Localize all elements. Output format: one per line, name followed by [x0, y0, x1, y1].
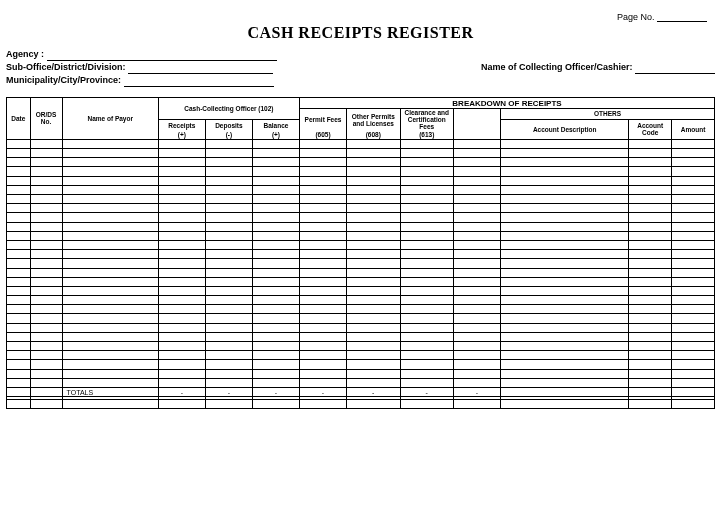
table-cell[interactable] — [7, 378, 31, 387]
table-cell[interactable] — [205, 139, 252, 148]
table-cell[interactable] — [672, 139, 715, 148]
table-cell[interactable] — [62, 332, 158, 341]
table-row[interactable] — [7, 369, 715, 378]
table-cell[interactable] — [501, 158, 629, 167]
table-cell[interactable] — [453, 139, 500, 148]
table-cell[interactable] — [672, 185, 715, 194]
table-cell[interactable] — [252, 149, 299, 158]
table-cell[interactable] — [629, 250, 672, 259]
table-cell[interactable] — [501, 369, 629, 378]
table-cell[interactable] — [629, 332, 672, 341]
table-cell[interactable] — [400, 213, 453, 222]
table-cell[interactable] — [62, 360, 158, 369]
table-cell[interactable] — [300, 351, 347, 360]
table-cell[interactable] — [629, 176, 672, 185]
table-cell[interactable] — [347, 268, 400, 277]
table-cell[interactable] — [347, 259, 400, 268]
table-cell[interactable] — [7, 185, 31, 194]
table-cell[interactable] — [629, 167, 672, 176]
table-cell[interactable] — [252, 222, 299, 231]
table-cell[interactable] — [205, 342, 252, 351]
table-cell[interactable] — [629, 296, 672, 305]
table-cell[interactable] — [205, 167, 252, 176]
table-cell[interactable] — [158, 195, 205, 204]
table-cell[interactable] — [629, 149, 672, 158]
table-cell[interactable] — [400, 305, 453, 314]
table-cell[interactable] — [7, 400, 31, 409]
table-cell[interactable] — [252, 250, 299, 259]
table-cell[interactable] — [629, 158, 672, 167]
table-cell[interactable] — [501, 240, 629, 249]
table-cell[interactable] — [30, 176, 62, 185]
table-cell[interactable] — [400, 351, 453, 360]
table-cell[interactable] — [629, 259, 672, 268]
table-cell[interactable] — [158, 158, 205, 167]
table-cell[interactable] — [158, 176, 205, 185]
table-cell[interactable] — [252, 259, 299, 268]
table-cell[interactable] — [158, 286, 205, 295]
table-cell[interactable] — [158, 167, 205, 176]
table-cell[interactable] — [453, 231, 500, 240]
table-cell[interactable] — [501, 342, 629, 351]
page-no-blank[interactable] — [657, 12, 707, 22]
table-cell[interactable] — [629, 305, 672, 314]
table-cell[interactable] — [30, 378, 62, 387]
table-cell[interactable] — [347, 369, 400, 378]
table-cell[interactable] — [7, 323, 31, 332]
table-cell[interactable] — [252, 139, 299, 148]
table-cell[interactable] — [629, 400, 672, 409]
table-cell[interactable] — [252, 332, 299, 341]
table-cell[interactable] — [629, 222, 672, 231]
table-cell[interactable] — [62, 195, 158, 204]
table-cell[interactable] — [347, 139, 400, 148]
table-cell[interactable] — [30, 286, 62, 295]
table-cell[interactable] — [62, 213, 158, 222]
table-cell[interactable] — [347, 296, 400, 305]
table-row[interactable] — [7, 259, 715, 268]
table-cell[interactable] — [30, 240, 62, 249]
table-cell[interactable] — [501, 305, 629, 314]
table-cell[interactable] — [205, 240, 252, 249]
table-cell[interactable] — [300, 305, 347, 314]
table-row[interactable] — [7, 314, 715, 323]
table-cell[interactable] — [7, 314, 31, 323]
table-cell[interactable] — [252, 305, 299, 314]
table-cell[interactable] — [629, 351, 672, 360]
table-cell[interactable] — [30, 323, 62, 332]
table-cell[interactable] — [30, 305, 62, 314]
officer-blank[interactable] — [635, 65, 715, 74]
table-cell[interactable] — [7, 259, 31, 268]
table-cell[interactable] — [62, 222, 158, 231]
table-cell[interactable] — [501, 204, 629, 213]
table-cell[interactable] — [347, 176, 400, 185]
table-cell[interactable] — [501, 176, 629, 185]
table-cell[interactable] — [453, 323, 500, 332]
table-cell[interactable] — [158, 323, 205, 332]
table-cell[interactable] — [347, 158, 400, 167]
table-cell[interactable] — [252, 268, 299, 277]
table-cell[interactable] — [30, 149, 62, 158]
table-cell[interactable] — [400, 314, 453, 323]
table-cell[interactable] — [300, 342, 347, 351]
table-cell[interactable] — [501, 351, 629, 360]
table-cell[interactable] — [453, 185, 500, 194]
table-cell[interactable] — [7, 139, 31, 148]
table-row[interactable] — [7, 378, 715, 387]
table-cell[interactable] — [629, 323, 672, 332]
table-cell[interactable] — [453, 240, 500, 249]
table-cell[interactable] — [7, 240, 31, 249]
table-cell[interactable] — [62, 351, 158, 360]
table-cell[interactable] — [453, 176, 500, 185]
table-cell[interactable] — [400, 378, 453, 387]
table-cell[interactable] — [205, 369, 252, 378]
table-cell[interactable] — [205, 195, 252, 204]
table-cell[interactable] — [7, 305, 31, 314]
table-cell[interactable] — [453, 314, 500, 323]
table-cell[interactable] — [205, 204, 252, 213]
table-cell[interactable] — [252, 185, 299, 194]
table-cell[interactable] — [158, 400, 205, 409]
table-cell[interactable] — [252, 240, 299, 249]
table-cell[interactable] — [300, 222, 347, 231]
table-cell[interactable] — [252, 400, 299, 409]
table-cell[interactable] — [252, 195, 299, 204]
